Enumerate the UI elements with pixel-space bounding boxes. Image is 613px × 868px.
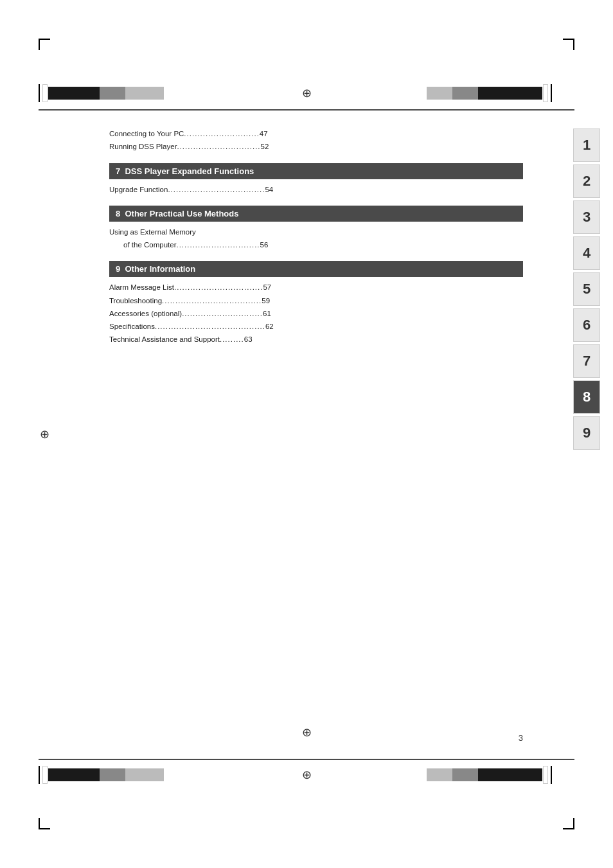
toc-title-upgrade: Upgrade Function — [109, 184, 168, 195]
page-number: 3 — [519, 733, 523, 743]
toc-title-running: Running DSS Player — [109, 141, 177, 152]
chapter-tab-8[interactable]: 8 — [573, 380, 600, 414]
chapter-tabs: 1 2 3 4 5 6 7 8 9 — [573, 128, 600, 450]
checker-bar-left — [48, 87, 164, 100]
corner-mark-bl — [39, 818, 50, 829]
chapter-tab-4[interactable]: 4 — [573, 236, 600, 270]
toc-dots-technical: ......... — [220, 334, 244, 345]
toc-title-alarm: Alarm Message List — [109, 282, 174, 293]
checker-bar-bottom-left — [48, 768, 164, 781]
corner-mark-br — [563, 818, 574, 829]
top-bar-right — [427, 84, 574, 102]
toc-title-specs: Specifications — [109, 321, 155, 332]
toc-page-running: 52 — [261, 141, 269, 152]
section-8-title: Other Practical Use Methods — [125, 209, 238, 218]
toc-item-connecting: Connecting to Your PC ..................… — [109, 128, 523, 139]
toc-item-external-sub: of the Computer ........................… — [123, 240, 523, 251]
toc-item-upgrade: Upgrade Function .......................… — [109, 184, 523, 195]
toc-dots-trouble: ..................................... — [162, 296, 262, 306]
bottom-bar-left — [39, 766, 186, 784]
toc-dots-specs: ........................................… — [155, 321, 265, 332]
toc-item-accessories: Accessories (optional) .................… — [109, 308, 523, 319]
section-header-9: 9 Other Information — [109, 261, 523, 277]
bottom-crosshair-icon: ⊕ — [302, 725, 312, 740]
chapter-tab-1[interactable]: 1 — [573, 128, 600, 162]
toc-page-specs: 62 — [265, 321, 274, 332]
top-bar-left — [39, 84, 186, 102]
left-crosshair-icon: ⊕ — [40, 427, 49, 441]
toc-title-trouble: Troubleshooting — [109, 296, 162, 306]
checker-bar-bottom-right — [427, 768, 542, 781]
toc-title-technical: Technical Assistance and Support — [109, 334, 220, 345]
corner-mark-tr — [563, 39, 574, 50]
toc-dots-alarm: ................................. — [174, 282, 263, 293]
bottom-bar-right — [427, 766, 574, 784]
toc-dots-connecting: ............................ — [184, 128, 259, 139]
section-8-number: 8 — [116, 209, 125, 218]
toc-item-running: Running DSS Player .....................… — [109, 141, 523, 152]
section-7-number: 7 — [116, 166, 125, 176]
chapter-tab-3[interactable]: 3 — [573, 200, 600, 234]
toc-page-technical: 63 — [244, 334, 253, 345]
checker-bar-right — [427, 87, 542, 100]
chapter-tab-9[interactable]: 9 — [573, 416, 600, 450]
corner-mark-tl — [39, 39, 50, 50]
toc-item-external-title: Using as External Memory — [109, 227, 523, 238]
main-content: Connecting to Your PC ..................… — [109, 128, 523, 740]
section-9-title: Other Information — [125, 264, 195, 274]
toc-title-connecting: Connecting to Your PC — [109, 128, 184, 139]
toc-dots-accessories: .............................. — [182, 308, 263, 319]
toc-item-technical: Technical Assistance and Support .......… — [109, 334, 523, 345]
bottom-rule — [39, 759, 574, 760]
top-crosshair-icon: ⊕ — [302, 86, 312, 100]
toc-subtitle-external: of the Computer — [123, 240, 176, 251]
section-9-number: 9 — [116, 264, 125, 274]
chapter-tab-5[interactable]: 5 — [573, 272, 600, 306]
toc-title-external: Using as External Memory — [109, 227, 196, 238]
toc-page-alarm: 57 — [263, 282, 271, 293]
section-header-7: 7 DSS Player Expanded Functions — [109, 163, 523, 179]
section-7-title: DSS Player Expanded Functions — [125, 166, 254, 176]
toc-dots-external: ............................... — [176, 240, 260, 251]
toc-page-upgrade: 54 — [265, 184, 273, 195]
toc-page-external: 56 — [260, 240, 269, 251]
toc-title-accessories: Accessories (optional) — [109, 308, 182, 319]
bottom-bar-crosshair-icon: ⊕ — [302, 768, 312, 782]
toc-page-trouble: 59 — [262, 296, 270, 306]
toc-dots-running: ............................... — [177, 141, 260, 152]
chapter-tab-7[interactable]: 7 — [573, 344, 600, 378]
toc-item-specs: Specifications .........................… — [109, 321, 523, 332]
chapter-tab-6[interactable]: 6 — [573, 308, 600, 342]
bottom-bar-area: ⊕ — [39, 765, 574, 784]
toc-dots-upgrade: .................................... — [168, 184, 265, 195]
top-bar-area: ⊕ — [39, 84, 574, 103]
chapter-tab-2[interactable]: 2 — [573, 164, 600, 198]
toc-item-alarm: Alarm Message List .....................… — [109, 282, 523, 293]
section-header-8: 8 Other Practical Use Methods — [109, 206, 523, 222]
toc-item-trouble: Troubleshooting ........................… — [109, 296, 523, 306]
toc-page-connecting: 47 — [260, 128, 268, 139]
header-rule — [39, 109, 574, 111]
toc-page-accessories: 61 — [263, 308, 271, 319]
